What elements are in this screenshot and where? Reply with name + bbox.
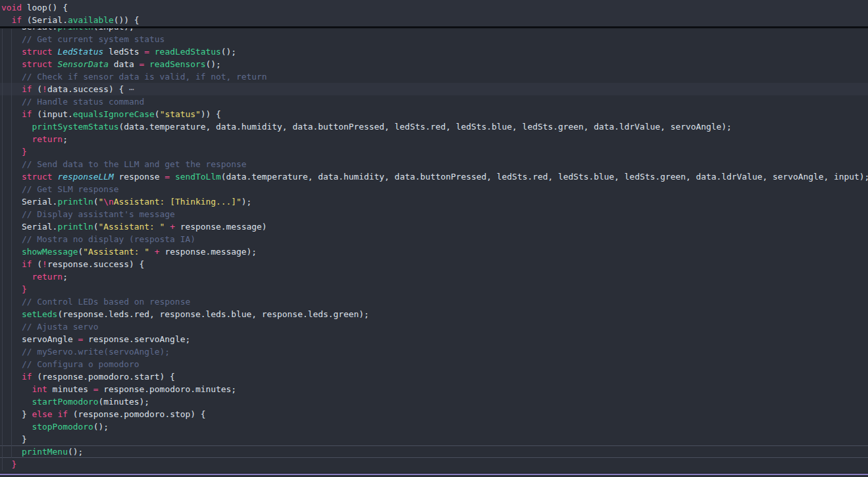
code-token: // Get SLM response: [1, 184, 119, 194]
code-token: (: [32, 84, 43, 94]
sticky-scroll-header[interactable]: void loop() { if (Serial.available()) {: [0, 0, 868, 28]
code-token: readLedStatus: [155, 47, 221, 57]
code-token: if: [1, 109, 32, 119]
code-line[interactable]: }: [0, 458, 868, 470]
code-token: !: [42, 84, 47, 94]
code-line[interactable]: return;: [0, 133, 868, 145]
code-token: }: [1, 459, 16, 469]
code-token: struct: [1, 59, 53, 69]
code-line[interactable]: // Handle status command: [0, 95, 868, 108]
code-line[interactable]: int minutes = response.pomodoro.minutes;: [0, 383, 868, 395]
indent-guide: [11, 29, 12, 458]
code-token: equalsIgnoreCase: [73, 109, 155, 119]
code-token: [1, 397, 32, 407]
code-editor: Serial.println(input); // Get current sy…: [0, 0, 868, 477]
code-token: if: [1, 15, 22, 25]
code-line[interactable]: struct SensorData data = readSensors();: [0, 58, 868, 70]
code-token: struct: [1, 47, 53, 57]
code-line[interactable]: // Ajusta servo: [0, 320, 868, 333]
code-line[interactable]: } else if (response.pomodoro.stop) {: [0, 408, 868, 420]
code-token: }: [1, 284, 27, 294]
code-line[interactable]: // Configura o pomodoro: [0, 358, 868, 370]
code-token: // Mostra no display (resposta IA): [1, 234, 195, 244]
code-token: if: [57, 409, 68, 419]
code-line[interactable]: if (input.equalsIgnoreCase("status")) {: [0, 108, 868, 120]
code-token: (Serial.: [22, 15, 68, 25]
code-token: "Assistant: ": [83, 247, 149, 257]
code-token: ;: [63, 272, 68, 282]
sticky-line-void-loop[interactable]: void loop() {: [0, 1, 868, 14]
code-token: sendToLlm: [175, 172, 221, 182]
code-line[interactable]: // myServo.write(servoAngle);: [0, 345, 868, 358]
code-line[interactable]: if (!data.success) { ⋯: [0, 83, 868, 95]
code-token: // Display assistant's message: [1, 209, 175, 219]
code-line[interactable]: Serial.println("\nAssistant: [Thinking..…: [0, 195, 868, 208]
indent-guide: [2, 29, 3, 470]
code-token: Serial.: [1, 197, 57, 207]
code-line[interactable]: Serial.println("Assistant: " + response.…: [0, 220, 868, 233]
code-token: showMessage: [22, 247, 78, 257]
code-token: =: [144, 47, 149, 57]
code-line[interactable]: // Check if sensor data is valid, if not…: [0, 70, 868, 83]
code-token: data.success) {: [47, 84, 124, 94]
code-token: else: [32, 409, 53, 419]
code-line[interactable]: showMessage("Assistant: " + response.mes…: [0, 245, 868, 258]
code-token: void: [1, 3, 22, 13]
code-token: [170, 172, 175, 182]
code-token: (minutes);: [98, 397, 149, 407]
code-token: response.servoAngle;: [83, 334, 190, 344]
code-line[interactable]: }: [0, 433, 868, 445]
code-token: }: [1, 409, 32, 419]
code-token: }: [1, 147, 27, 157]
sticky-line-if-serial-available[interactable]: if (Serial.available()) {: [0, 14, 868, 26]
code-token: )) {: [201, 109, 221, 119]
code-token: available: [68, 15, 114, 25]
code-line[interactable]: }: [0, 145, 868, 158]
code-token: // Control LEDs based on response: [1, 297, 190, 307]
code-lines: Serial.println(input); // Get current sy…: [0, 0, 868, 477]
code-token: return: [1, 272, 63, 282]
code-line[interactable]: // Mostra no display (resposta IA): [0, 233, 868, 245]
code-token: if: [1, 259, 32, 269]
code-token: // Check if sensor data is valid, if not…: [1, 72, 267, 82]
code-line[interactable]: }: [0, 283, 868, 295]
code-line[interactable]: struct LedStatus ledSts = readLedStatus(…: [0, 45, 868, 58]
code-line[interactable]: printMenu();: [0, 445, 868, 458]
code-token: ();: [205, 59, 220, 69]
code-token: "status": [160, 109, 201, 119]
code-line[interactable]: servoAngle = response.servoAngle;: [0, 333, 868, 345]
code-token: ledSts: [103, 47, 144, 57]
code-token: response.pomodoro.minutes;: [98, 384, 236, 394]
code-line[interactable]: return;: [0, 270, 868, 283]
code-token: [165, 222, 170, 232]
code-token: [149, 47, 155, 57]
code-token: printSystemStatus: [32, 122, 119, 132]
code-token: ()) {: [114, 15, 140, 25]
code-line[interactable]: // Control LEDs based on response: [0, 295, 868, 308]
code-line[interactable]: printSystemStatus(data.temperature, data…: [0, 120, 868, 133]
code-line[interactable]: setLeds(response.leds.red, response.leds…: [0, 308, 868, 320]
code-line[interactable]: // Get SLM response: [0, 183, 868, 195]
code-line[interactable]: if (!response.success) {: [0, 258, 868, 270]
code-token: [149, 247, 155, 257]
fold-ellipsis-badge[interactable]: ⋯: [124, 84, 134, 94]
code-line[interactable]: stopPomodoro();: [0, 420, 868, 433]
code-line[interactable]: // Display assistant's message: [0, 208, 868, 220]
code-token: (response.pomodoro.start) {: [32, 372, 175, 382]
code-token: LedStatus: [57, 47, 103, 57]
code-token: ();: [93, 422, 109, 432]
code-line[interactable]: // Send data to the LLM and get the resp…: [0, 158, 868, 170]
code-line[interactable]: startPomodoro(minutes);: [0, 395, 868, 408]
code-token: (response.leds.red, response.leds.blue, …: [57, 309, 369, 319]
code-token: ();: [221, 47, 236, 57]
code-token: }: [1, 434, 27, 444]
code-line[interactable]: // Get current system status: [0, 33, 868, 45]
code-line[interactable]: struct responseLLM response = sendToLlm(…: [0, 170, 868, 183]
code-token: +: [155, 247, 160, 257]
code-token: int: [1, 384, 47, 394]
code-token: +: [170, 222, 175, 232]
code-token: return: [1, 134, 63, 144]
code-token: response.success) {: [47, 259, 144, 269]
code-token: startPomodoro: [32, 397, 99, 407]
code-line[interactable]: if (response.pomodoro.start) {: [0, 370, 868, 383]
